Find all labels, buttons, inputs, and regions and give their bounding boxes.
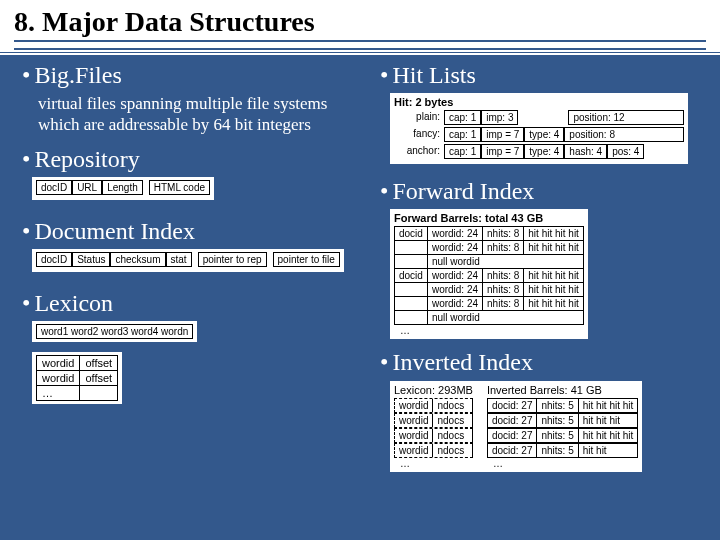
bigfiles-desc: virtual files spanning multiple file sys… [38,93,338,136]
inv-bar-r3: docid: 27nhits: 5hit hit [487,443,638,458]
hit-plain-c3: position: 12 [568,110,684,125]
hit-fancy-c3: position: 8 [564,127,684,142]
inv-lex-r3: wordidndocs [394,443,473,458]
repo-docid: docID [36,180,72,195]
di-ptr-rep: pointer to rep [198,252,267,267]
hit-anchor-c1: imp = 7 [481,144,524,159]
f51: wordid: 24 [427,297,482,311]
f33: hit hit hit hit [524,269,584,283]
fwd-table: docidwordid: 24nhits: 8hit hit hit hit w… [394,226,584,325]
lexicon-label: Lexicon [34,290,113,316]
bullet-hitlists: •Hit Lists [380,62,710,89]
lex-r2c0: … [37,385,80,400]
left-column: •Big.Files virtual files spanning multip… [22,52,362,408]
f32: nhits: 8 [483,269,524,283]
di-checksum: checksum [110,252,165,267]
content: •Big.Files virtual files spanning multip… [0,52,720,540]
f12: nhits: 8 [483,241,524,255]
lexicon-table-diagram: wordidoffset wordidoffset … [32,352,122,404]
hit-plain-c1: imp: 3 [481,110,518,125]
inv-lex-header: Lexicon: 293MB [394,384,473,396]
f02: nhits: 8 [483,227,524,241]
inv-lex-ell: … [394,458,473,469]
repo-length: Length [102,180,143,195]
inv-bar-r2: docid: 27nhits: 5hit hit hit hit [487,428,638,443]
bigfiles-label: Big.Files [34,62,121,88]
lexicon-table: wordidoffset wordidoffset … [36,355,118,401]
repo-url: URL [72,180,102,195]
bullet-docindex: •Document Index [22,218,362,245]
lex-r0c1: offset [80,355,118,370]
hit-fancy-c1: imp = 7 [481,127,524,142]
hit-anchor-c4: pos: 4 [607,144,644,159]
hit-anchor-c3: hash: 4 [564,144,607,159]
hit-fancy-c2: type: 4 [524,127,564,142]
fwd-ell: … [394,325,584,336]
f53: hit hit hit hit [524,297,584,311]
bullet-inverted: •Inverted Index [380,349,710,376]
lexicon-words-diagram: word1 word2 word3 word4 wordn [32,321,197,342]
di-stat: stat [166,252,192,267]
repository-diagram: docID URL Length HTML code [32,177,214,200]
f03: hit hit hit hit [524,227,584,241]
bullet-forward: •Forward Index [380,178,710,205]
repository-label: Repository [34,146,139,172]
f41: wordid: 24 [427,283,482,297]
lexicon-words: word1 word2 word3 word4 wordn [36,324,193,339]
bullet-lexicon: •Lexicon [22,290,362,317]
hit-plain-c0: cap: 1 [444,110,481,125]
inv-bar-ell: … [487,458,638,469]
f01: wordid: 24 [427,227,482,241]
slide: 8. Major Data Structures •Big.Files virt… [0,0,720,540]
fwd-header: Forward Barrels: total 43 GB [394,212,584,226]
inverted-diagram: Lexicon: 293MB wordidndocs wordidndocs w… [390,381,642,472]
slide-title: 8. Major Data Structures [14,6,706,38]
hit-plain-lbl: plain: [394,110,444,125]
di-ptr-file: pointer to file [273,252,340,267]
lex-r2c1 [80,385,118,400]
di-status: Status [72,252,110,267]
f31: wordid: 24 [427,269,482,283]
hit-fancy-lbl: fancy: [394,127,444,142]
inv-bar-r0: docid: 27nhits: 5hit hit hit hit [487,398,638,413]
docindex-diagram: docID Status checksum stat pointer to re… [32,249,344,272]
inv-barrels-col: Inverted Barrels: 41 GB docid: 27nhits: … [487,384,638,469]
hit-anchor-c2: type: 4 [524,144,564,159]
bullet-repository: •Repository [22,146,362,173]
lex-r1c1: offset [80,370,118,385]
forward-diagram: Forward Barrels: total 43 GB docidwordid… [390,209,588,339]
inv-bar-header: Inverted Barrels: 41 GB [487,384,638,396]
docindex-label: Document Index [34,218,195,244]
repo-html: HTML code [149,180,210,195]
hit-anchor-c0: cap: 1 [444,144,481,159]
lex-r1c0: wordid [37,370,80,385]
hitlists-diagram: Hit: 2 bytes plain: cap: 1 imp: 3 positi… [390,93,688,164]
inv-lex-r1: wordidndocs [394,413,473,428]
hitlists-label: Hit Lists [392,62,475,88]
lex-r0c0: wordid [37,355,80,370]
inv-bar-r1: docid: 27nhits: 5hit hit hit [487,413,638,428]
bullet-bigfiles: •Big.Files [22,62,362,89]
f30: docid [395,269,428,283]
inv-lex-r2: wordidndocs [394,428,473,443]
inv-lexicon-col: Lexicon: 293MB wordidndocs wordidndocs w… [394,384,473,469]
f21: null wordid [427,255,583,269]
di-docid: docID [36,252,72,267]
f52: nhits: 8 [483,297,524,311]
inverted-label: Inverted Index [392,349,533,375]
forward-label: Forward Index [392,178,534,204]
hit-fancy-c0: cap: 1 [444,127,481,142]
hit-anchor-lbl: anchor: [394,144,444,159]
f42: nhits: 8 [483,283,524,297]
title-area: 8. Major Data Structures [0,0,720,56]
f43: hit hit hit hit [524,283,584,297]
f13: hit hit hit hit [524,241,584,255]
inv-lex-r0: wordidndocs [394,398,473,413]
f00: docid [395,227,428,241]
f11: wordid: 24 [427,241,482,255]
right-column: •Hit Lists Hit: 2 bytes plain: cap: 1 im… [380,52,710,472]
title-underline [14,40,706,50]
f61: null wordid [427,311,583,325]
hit-header: Hit: 2 bytes [394,96,684,110]
